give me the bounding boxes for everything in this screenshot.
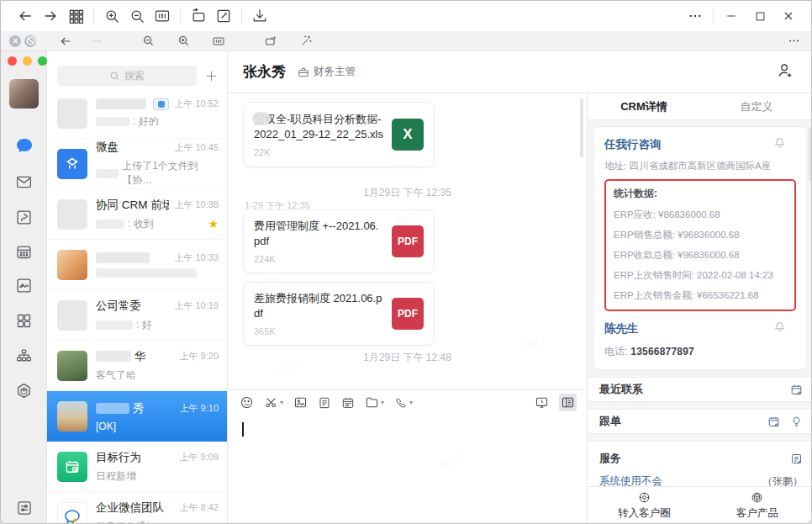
folder-icon[interactable]: ▾ [365, 395, 384, 410]
file-icon[interactable] [318, 396, 331, 410]
workbench-icon[interactable] [1, 308, 47, 333]
chat-list-item-selected[interactable]: 秀 上午 9:10 [OK] [47, 391, 227, 442]
gallery-icon[interactable] [1, 273, 47, 298]
chat-list-item[interactable]: 微盘 上午 10:45 上传了1个文件到【协… [47, 139, 227, 189]
rotate-icon[interactable] [186, 5, 211, 27]
viewer-forward-icon[interactable] [87, 33, 108, 50]
privacy-blur [96, 268, 197, 278]
section-recent-contact[interactable]: 最近联系 [588, 377, 812, 402]
calendar-add-icon[interactable] [790, 384, 803, 396]
separator [713, 9, 714, 23]
download-icon[interactable] [247, 5, 272, 27]
chat-preview: 日程新增 [96, 469, 136, 484]
file-size: 224K [254, 254, 383, 264]
viewer-back-icon[interactable] [55, 33, 76, 50]
block-circle-icon[interactable] [24, 35, 36, 47]
emoji-icon[interactable] [240, 395, 254, 410]
contact-name-link[interactable]: 陈先生 [604, 322, 639, 335]
company-name-link[interactable]: 任我行咨询 [604, 138, 662, 151]
wedrive-icon[interactable] [1, 204, 47, 230]
maximize-icon[interactable] [747, 5, 772, 27]
calendar-icon[interactable] [1, 239, 47, 264]
file-message-xls[interactable]: 贸双全-职员科目分析数据-2022_01_29-12_22_25.xls 22K… [243, 102, 435, 167]
viewer-zoom-in-icon[interactable] [172, 33, 194, 50]
customer-product-button[interactable]: 客户产品 [701, 487, 812, 524]
chat-list-item[interactable]: 公司常委 上午 10:19 : 好 [47, 290, 227, 341]
transfer-customer-circle-button[interactable]: 转入客户圈 [588, 487, 701, 524]
chat-list-item[interactable]: 华 上午 9:20 客气了哈 [47, 341, 227, 391]
search-input[interactable]: 搜索 [57, 66, 197, 86]
idea-bulb-icon[interactable] [790, 415, 803, 428]
crm-company-card: 任我行咨询 地址: 四川省成都市高新区德商国际A座 统计数据: ERP应收: ¥… [593, 126, 807, 370]
chats-icon[interactable] [1, 134, 47, 159]
schedule-icon[interactable] [341, 396, 355, 410]
chat-time: 上午 10:52 [174, 98, 219, 110]
minimize-icon[interactable] [719, 5, 744, 27]
call-icon[interactable]: ▾ [394, 396, 413, 410]
viewer-zoom-out-icon[interactable] [137, 33, 159, 50]
contact-name: 张永秀 [243, 62, 286, 82]
tab-custom[interactable]: 自定义 [700, 99, 812, 114]
apps-cube-icon[interactable] [1, 378, 47, 403]
mac-zoom-icon[interactable] [38, 56, 47, 66]
privacy-blur [96, 351, 131, 362]
viewer-toolbar [1, 31, 812, 51]
forward-icon[interactable] [38, 5, 63, 27]
bell-icon[interactable] [773, 320, 786, 336]
mac-minimize-icon[interactable] [23, 56, 32, 66]
actual-size-icon[interactable] [150, 5, 175, 27]
tab-crm-detail[interactable]: CRM详情 [588, 99, 700, 114]
back-icon[interactable] [13, 5, 38, 27]
user-avatar[interactable] [9, 79, 39, 109]
edit-icon[interactable] [211, 5, 236, 27]
zoom-in-icon[interactable] [99, 5, 124, 27]
chat-history-icon[interactable] [535, 395, 549, 410]
screenshot-icon[interactable]: ▾ [264, 395, 283, 410]
side-panel-toggle-icon[interactable] [559, 394, 577, 411]
section-follow-order[interactable]: 跟单 [588, 409, 812, 434]
chat-list-item[interactable]: 企业微信团队 上午 8:42 登录操作通知 [47, 492, 227, 524]
viewer-actual-size-icon[interactable] [208, 33, 229, 50]
zoom-out-icon[interactable] [124, 5, 150, 27]
window-controls [719, 5, 801, 27]
contact-avatar [57, 250, 87, 280]
file-message-pdf[interactable]: 差旅费报销制度 2021.06.pdf 365K PDF [243, 282, 435, 346]
close-icon[interactable] [776, 5, 801, 27]
settings-toggle-icon[interactable] [1, 495, 47, 521]
chat-list-item[interactable]: 上午 10:52 : 好的 [47, 88, 227, 139]
chat-list-item[interactable]: 目标行为 上午 9:09 日程新增 [47, 442, 227, 492]
message-input[interactable] [228, 415, 587, 524]
app-rail [1, 51, 47, 524]
contacts-org-icon[interactable] [1, 343, 47, 368]
crm-panel: CRM详情 自定义 任我行咨询 地址: 四川省成都市高新区德商国际A座 统计数据… [587, 93, 812, 524]
phone-number: 13566877897 [630, 346, 694, 357]
separator [241, 9, 242, 23]
panel-scrollbar[interactable] [809, 127, 811, 181]
image-icon[interactable] [293, 395, 308, 410]
add-member-icon[interactable] [776, 61, 794, 83]
service-doc-icon[interactable] [790, 453, 803, 465]
viewer-more-icon[interactable] [783, 33, 804, 50]
chat-time: 上午 10:19 [174, 299, 219, 312]
chat-scrollbar[interactable] [580, 98, 583, 157]
viewer-rotate-icon[interactable] [260, 33, 282, 50]
separator [93, 9, 94, 23]
apps-grid-icon[interactable] [63, 5, 88, 27]
new-chat-icon[interactable] [203, 68, 219, 83]
xls-file-icon: X [392, 119, 424, 151]
group-avatar [57, 300, 87, 331]
file-message-pdf[interactable]: 费用管理制度 +--2021.06.pdf 224K PDF [243, 209, 435, 273]
more-icon[interactable] [683, 5, 708, 27]
bell-icon[interactable] [773, 136, 786, 152]
mac-close-icon[interactable] [8, 56, 17, 66]
product-box-icon [751, 491, 763, 504]
close-circle-icon[interactable] [9, 35, 21, 47]
group-avatar [57, 199, 87, 230]
chat-list-item[interactable]: 上午 10:33 [47, 240, 227, 290]
chat-list-item[interactable]: 协同 CRM 前场 上午 10:38 : 收到★ [47, 189, 227, 240]
privacy-blur [96, 403, 129, 414]
calendar-add-icon[interactable] [767, 415, 780, 428]
mail-icon[interactable] [1, 169, 47, 194]
privacy-blur [252, 112, 271, 125]
magic-wand-icon[interactable] [295, 33, 317, 50]
